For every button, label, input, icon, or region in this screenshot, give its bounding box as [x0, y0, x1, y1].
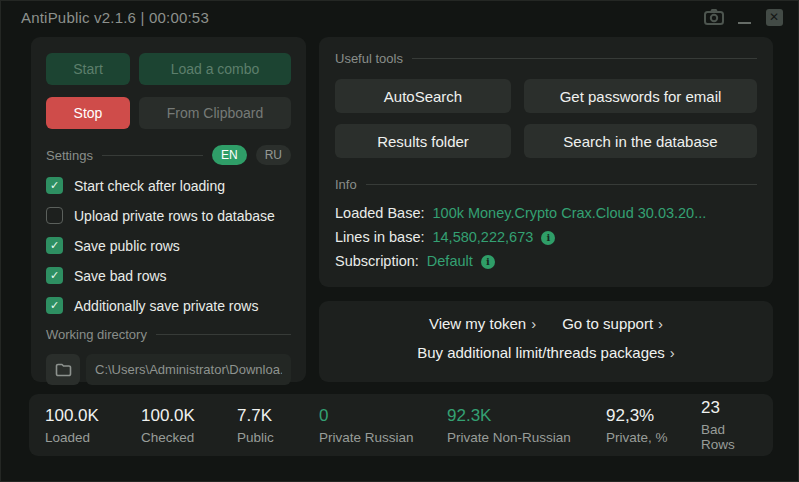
support-label: Go to support — [562, 315, 653, 332]
checkbox-upload-private[interactable]: Upload private rows to database — [46, 207, 291, 224]
checkmark-icon: ✓ — [50, 240, 59, 251]
get-passwords-button[interactable]: Get passwords for email — [524, 79, 757, 113]
title-bar: AntiPublic v2.1.6 | 00:00:53 ✕ — [1, 1, 798, 33]
search-database-button[interactable]: Search in the database — [524, 124, 757, 158]
chevron-right-icon: › — [531, 315, 536, 332]
stat-value: 92,3% — [606, 406, 701, 426]
info-divider — [366, 184, 757, 185]
stat-label: Private Russian — [319, 430, 447, 445]
checkbox-label: Save public rows — [74, 238, 180, 254]
chevron-right-icon: › — [670, 344, 675, 361]
loaded-base-value: 100k Money.Crypto Crax.Cloud 30.03.20... — [433, 204, 707, 223]
start-button[interactable]: Start — [46, 53, 130, 85]
lines-in-base-row: Lines in base: 14,580,222,673 i — [335, 228, 757, 247]
checkbox-label: Additionally save private rows — [74, 298, 258, 314]
minimize-button[interactable] — [732, 5, 756, 29]
checkbox-unchecked-icon — [46, 207, 63, 224]
info-label: Info — [335, 177, 357, 192]
stat-loaded: 100.0K Loaded — [45, 406, 141, 445]
info-icon[interactable]: i — [541, 231, 555, 245]
minimize-icon — [738, 22, 751, 24]
checkbox-checked-icon: ✓ — [46, 177, 63, 194]
stat-checked: 100.0K Checked — [141, 406, 237, 445]
useful-tools-header: Useful tools — [335, 51, 757, 66]
checkmark-icon: ✓ — [50, 270, 59, 281]
buy-packages-label: Buy additional limit/threads packages — [417, 344, 665, 361]
checkbox-save-private[interactable]: ✓ Additionally save private rows — [46, 297, 291, 314]
load-combo-button[interactable]: Load a combo — [139, 53, 291, 85]
stat-value: 0 — [319, 406, 447, 426]
from-clipboard-button[interactable]: From Clipboard — [139, 97, 291, 129]
tools-grid: AutoSearch Get passwords for email Resul… — [335, 79, 757, 158]
stat-value: 7.7K — [237, 406, 319, 426]
checkbox-label: Save bad rows — [74, 268, 167, 284]
app-window: AntiPublic v2.1.6 | 00:00:53 ✕ Start Loa… — [0, 0, 799, 482]
stat-label: Private Non-Russian — [447, 430, 606, 445]
run-button-row: Start Load a combo — [46, 53, 291, 85]
autosearch-button[interactable]: AutoSearch — [335, 79, 511, 113]
close-button[interactable]: ✕ — [762, 5, 786, 29]
stat-value: 23 — [701, 398, 757, 418]
chevron-right-icon: › — [658, 315, 663, 332]
working-directory-label: Working directory — [46, 327, 147, 342]
view-token-link[interactable]: View my token› — [429, 315, 536, 332]
stat-label: Public — [237, 430, 319, 445]
working-directory-header: Working directory — [46, 327, 291, 342]
language-toggle-en[interactable]: EN — [212, 145, 247, 165]
links-line-1: View my token›Go to support› — [335, 315, 757, 332]
window-title: AntiPublic v2.1.6 | 00:00:53 — [21, 9, 209, 26]
stat-bad-rows: 23 Bad Rows — [701, 398, 757, 452]
stat-private-percent: 92,3% Private, % — [606, 406, 701, 445]
stat-public: 7.7K Public — [237, 406, 319, 445]
checkbox-save-public[interactable]: ✓ Save public rows — [46, 237, 291, 254]
lines-in-base-value: 14,580,222,673 — [432, 228, 533, 247]
results-folder-button[interactable]: Results folder — [335, 124, 511, 158]
stat-value: 100.0K — [45, 406, 141, 426]
working-directory-divider — [156, 334, 291, 335]
stat-value: 92.3K — [447, 406, 606, 426]
stat-label: Loaded — [45, 430, 141, 445]
checkbox-checked-icon: ✓ — [46, 297, 63, 314]
info-rows: Loaded Base: 100k Money.Crypto Crax.Clou… — [335, 204, 757, 271]
checkmark-icon: ✓ — [50, 180, 59, 191]
settings-header: Settings EN RU — [46, 145, 291, 165]
settings-label: Settings — [46, 148, 93, 163]
useful-tools-divider — [412, 58, 757, 59]
loaded-base-label: Loaded Base: — [335, 204, 425, 223]
screenshot-button[interactable] — [702, 5, 726, 29]
settings-divider — [102, 155, 203, 156]
tools-info-panel: Useful tools AutoSearch Get passwords fo… — [319, 37, 773, 287]
checkbox-label: Start check after loading — [74, 178, 225, 194]
links-panel: View my token›Go to support› Buy additio… — [319, 301, 773, 382]
language-toggle-ru[interactable]: RU — [256, 145, 291, 165]
subscription-row: Subscription: Default i — [335, 252, 757, 271]
control-panel: Start Load a combo Stop From Clipboard S… — [31, 37, 306, 382]
stat-label: Bad Rows — [701, 422, 757, 452]
subscription-label: Subscription: — [335, 252, 419, 271]
stat-private-non-russian: 92.3K Private Non-Russian — [447, 406, 606, 445]
checkbox-checked-icon: ✓ — [46, 237, 63, 254]
checkbox-save-bad[interactable]: ✓ Save bad rows — [46, 267, 291, 284]
stats-bar: 100.0K Loaded 100.0K Checked 7.7K Public… — [29, 394, 773, 456]
stop-button-row: Stop From Clipboard — [46, 97, 291, 129]
working-directory-row — [46, 354, 291, 385]
stop-button[interactable]: Stop — [46, 97, 130, 129]
support-link[interactable]: Go to support› — [562, 315, 663, 332]
info-icon[interactable]: i — [481, 255, 495, 269]
subscription-value: Default — [427, 252, 473, 271]
lines-in-base-label: Lines in base: — [335, 228, 424, 247]
checkmark-icon: ✓ — [50, 300, 59, 311]
checkbox-start-check[interactable]: ✓ Start check after loading — [46, 177, 291, 194]
buy-packages-link[interactable]: Buy additional limit/threads packages› — [417, 344, 675, 361]
stat-label: Private, % — [606, 430, 701, 445]
links-line-2: Buy additional limit/threads packages› — [335, 344, 757, 361]
stat-label: Checked — [141, 430, 237, 445]
browse-folder-button[interactable] — [46, 354, 80, 385]
loaded-base-row: Loaded Base: 100k Money.Crypto Crax.Clou… — [335, 204, 757, 223]
useful-tools-label: Useful tools — [335, 51, 403, 66]
view-token-label: View my token — [429, 315, 526, 332]
close-icon: ✕ — [766, 9, 783, 26]
folder-icon — [55, 363, 72, 377]
working-directory-input[interactable] — [86, 354, 291, 385]
info-header: Info — [335, 177, 757, 192]
